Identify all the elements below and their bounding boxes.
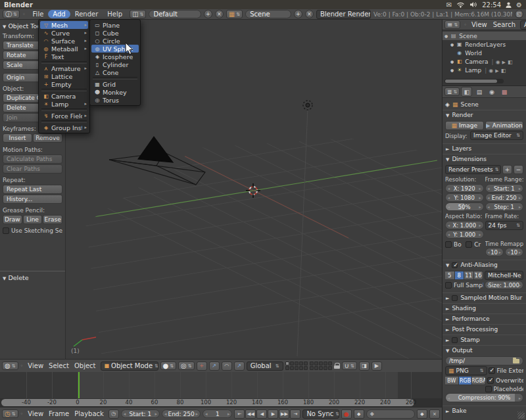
viewport-menu-view[interactable]: View bbox=[25, 362, 46, 370]
add-preset-button[interactable]: + bbox=[502, 165, 512, 174]
panel-header-post-processing[interactable]: Post Processing bbox=[442, 324, 526, 334]
aa-sample-button-s11[interactable]: 11 bbox=[464, 271, 474, 280]
viewport-menu-select[interactable]: Select bbox=[46, 362, 72, 370]
delete-panel-header[interactable]: Delete bbox=[3, 274, 62, 281]
grease-erase-button[interactable]: Erase bbox=[43, 215, 62, 224]
restrict-render-icon[interactable] bbox=[508, 58, 513, 65]
properties-editor-selector[interactable]: ≣ ⇅ bbox=[444, 87, 460, 96]
mesh-menu-item-monkey[interactable]: ☻ Monkey bbox=[91, 88, 139, 96]
editor-type-selector[interactable]: ⓘ ⇅ bbox=[3, 10, 20, 18]
border-checkbox[interactable] bbox=[445, 241, 452, 248]
layer-cell[interactable] bbox=[285, 362, 289, 365]
transport-button-prev-keyframe[interactable]: ◀◀ bbox=[245, 409, 256, 419]
add-menu-item-lamp[interactable]: ☀ Lamp bbox=[40, 100, 88, 108]
display-select[interactable]: Image Editor⇅ bbox=[470, 131, 523, 140]
end-frame-field[interactable]: End: 250 bbox=[162, 409, 201, 418]
color-mode-button-bw[interactable]: BW bbox=[445, 376, 459, 385]
expand-icon[interactable]: ● bbox=[450, 42, 454, 47]
add-menu-item-metaball[interactable]: ◍ Metaball bbox=[40, 45, 88, 53]
mesh-menu-item-plane[interactable]: ▭ Plane bbox=[91, 21, 139, 29]
outliner-search-menu[interactable]: Search bbox=[492, 20, 517, 29]
collapse-menus-icon[interactable]: ◦ bbox=[20, 411, 24, 417]
pivot-select[interactable]: ◎ ⇅ bbox=[178, 362, 195, 370]
add-menu-item-text[interactable]: F Text bbox=[40, 53, 88, 60]
render-image-button[interactable]: ▦Image bbox=[445, 121, 484, 130]
insert-keyframe-button[interactable]: Insert bbox=[3, 133, 32, 143]
resolution-y-field[interactable]: Y: 1080 bbox=[445, 193, 484, 202]
timeline-scrollbar[interactable] bbox=[0, 398, 442, 407]
layer-cell[interactable] bbox=[323, 366, 327, 370]
mesh-menu-item-cube[interactable]: ◻ Cube bbox=[91, 29, 139, 37]
render-panel-header[interactable]: Render bbox=[442, 110, 526, 120]
wifi-icon[interactable] bbox=[456, 1, 465, 8]
top-menu-add[interactable]: Add bbox=[48, 10, 70, 18]
add-menu-item[interactable] bbox=[41, 120, 87, 123]
frame-start-field[interactable]: Start: 1 bbox=[485, 184, 524, 193]
add-menu-item-lattice[interactable]: ⊞ Lattice bbox=[40, 72, 88, 80]
clock-text[interactable]: 22:54 bbox=[482, 1, 501, 9]
add-scene-button[interactable]: + bbox=[294, 10, 302, 18]
keying-icon[interactable]: ◆ bbox=[354, 409, 364, 419]
outliner-row-renderlayers[interactable]: ● ▣ RenderLayers bbox=[442, 40, 526, 49]
layer-cell[interactable] bbox=[328, 366, 332, 370]
restrict-render-icon[interactable] bbox=[501, 67, 506, 74]
panel-header-motion-blur[interactable]: Sampled Motion Blur bbox=[442, 292, 526, 302]
output-panel-header[interactable]: Output bbox=[442, 345, 526, 355]
layer-cell[interactable] bbox=[310, 366, 314, 370]
layer-cell[interactable] bbox=[290, 366, 294, 370]
insert-keyframes-icon[interactable]: ◆ bbox=[417, 409, 427, 419]
anti-aliasing-checkbox[interactable] bbox=[452, 262, 458, 268]
pin-icon[interactable]: ◈ bbox=[445, 101, 450, 108]
add-menu-item-curve[interactable]: ∿ Curve bbox=[40, 29, 88, 37]
restrict-view-icon[interactable] bbox=[489, 67, 493, 74]
remove-keyframe-button[interactable]: Remove bbox=[33, 133, 62, 143]
clear-paths-button[interactable]: Clear Paths bbox=[3, 164, 62, 174]
mesh-menu-item-cylinder[interactable]: ▯ Cylinder bbox=[91, 60, 139, 68]
layers-widget-a[interactable] bbox=[285, 362, 308, 370]
overwrite-checkbox[interactable] bbox=[487, 377, 494, 384]
calculate-paths-button[interactable]: Calculate Paths bbox=[3, 154, 62, 164]
top-menu-render[interactable]: Render bbox=[70, 10, 103, 18]
folder-icon[interactable] bbox=[513, 359, 519, 363]
outliner-editor-selector[interactable]: ≡ ⇅ bbox=[444, 20, 460, 29]
layer-cell[interactable] bbox=[299, 362, 303, 365]
add-menu-item[interactable] bbox=[41, 89, 87, 91]
transport-button-play[interactable]: ▶ bbox=[268, 409, 278, 419]
aa-filter-select[interactable]: Mitchell-Ne⇅ bbox=[485, 271, 523, 280]
top-menu-file[interactable]: File bbox=[28, 10, 49, 18]
collapse-menus-icon[interactable]: ◦ bbox=[22, 11, 26, 17]
opengl-render-icon[interactable]: ◨ bbox=[359, 362, 370, 371]
sketching-session-checkbox[interactable] bbox=[3, 227, 9, 234]
layer-cell[interactable] bbox=[314, 366, 318, 370]
start-frame-field[interactable]: Start: 1 bbox=[121, 409, 160, 418]
panel-checkbox[interactable] bbox=[452, 295, 458, 301]
viewport-editor-selector[interactable]: ◍ ⇅ bbox=[2, 362, 18, 370]
grease-draw-button[interactable]: Draw bbox=[3, 215, 22, 224]
add-menu-item-mesh[interactable]: ▽ Mesh bbox=[40, 21, 88, 29]
layer-cell[interactable] bbox=[323, 362, 327, 365]
frame-rate-select[interactable]: 24 fps⇅ bbox=[485, 221, 524, 230]
grease-line-button[interactable]: Line bbox=[23, 215, 43, 224]
properties-tab-texture[interactable]: ▩ bbox=[498, 87, 510, 97]
expand-icon[interactable]: ● bbox=[444, 34, 448, 38]
resolution-x-field[interactable]: X: 1920 bbox=[445, 184, 484, 193]
restrict-view-icon[interactable] bbox=[496, 58, 500, 65]
frame-step-field[interactable]: Step: 1 bbox=[485, 202, 524, 211]
layer-cell[interactable] bbox=[310, 362, 314, 365]
full-sample-checkbox[interactable] bbox=[445, 282, 452, 289]
properties-tab-world[interactable]: ◉ bbox=[486, 87, 497, 97]
remap-new-field[interactable]: 10 bbox=[505, 248, 523, 256]
panel-checkbox[interactable] bbox=[452, 337, 458, 343]
layers-panel-header[interactable]: Layers bbox=[442, 143, 526, 153]
transport-button-jump-end[interactable]: ⇥ bbox=[290, 409, 300, 419]
aa-sample-button-s16[interactable]: 16 bbox=[474, 271, 484, 280]
panel-header-stamp[interactable]: Stamp bbox=[442, 335, 526, 344]
render-animation-button[interactable]: ▶Animation bbox=[485, 121, 524, 130]
snap-select[interactable]: ∪ ⇅ bbox=[342, 362, 357, 370]
timeline-menu-view[interactable]: View bbox=[25, 409, 46, 418]
screen-layout-browser[interactable]: ◫ ⇅ bbox=[130, 10, 146, 18]
manipulator-toggle-icon[interactable]: + bbox=[197, 362, 207, 371]
auto-keyframe-record-icon[interactable]: ● bbox=[341, 409, 352, 419]
panel-header-performance[interactable]: Performance bbox=[442, 314, 526, 323]
layer-cell[interactable] bbox=[299, 366, 303, 370]
